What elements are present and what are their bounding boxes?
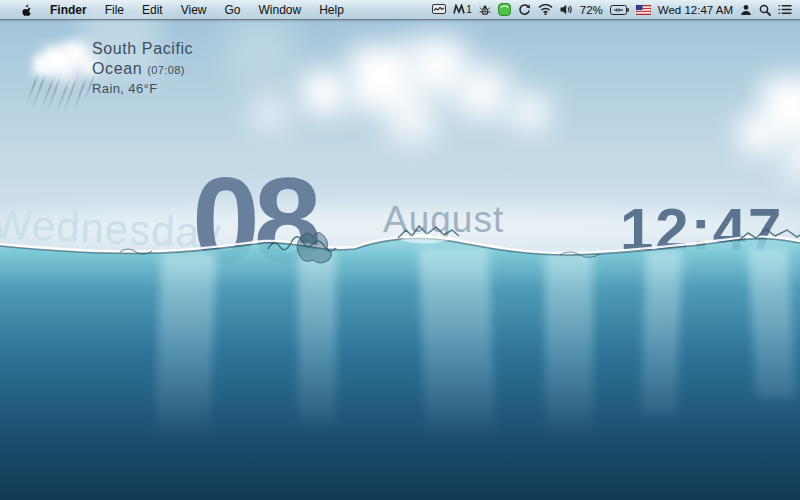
sync-icon[interactable] [518, 0, 531, 19]
apple-icon [19, 3, 32, 17]
weather-observation-time: (07:08) [147, 64, 185, 76]
bug-icon[interactable] [479, 0, 491, 19]
weather-condition: Rain, 46°F [92, 81, 193, 96]
menu-item-view[interactable]: View [172, 0, 216, 19]
menu-item-help[interactable]: Help [310, 0, 353, 19]
menu-bar: Finder File Edit View Go Window Help 1 [0, 0, 800, 20]
wave-meter-badge: 1 [466, 4, 472, 15]
menu-bar-clock[interactable]: Wed 12:47 AM [658, 0, 733, 19]
us-flag-icon[interactable] [636, 0, 651, 19]
menu-bar-status: 1 [432, 0, 800, 19]
menu-item-finder[interactable]: Finder [41, 0, 96, 19]
menu-item-go[interactable]: Go [216, 0, 250, 19]
battery-percentage: 72% [580, 0, 603, 19]
volume-icon[interactable] [560, 0, 573, 19]
menu-item-window[interactable]: Window [250, 0, 311, 19]
user-icon[interactable] [740, 0, 752, 19]
menu-item-file[interactable]: File [96, 0, 133, 19]
apple-menu[interactable] [10, 0, 41, 19]
weather-location-line2: Ocean (07:08) [92, 60, 193, 78]
green-app-icon[interactable] [498, 0, 511, 19]
battery-charging-icon[interactable] [610, 0, 629, 19]
weather-text-block: South Pacific Ocean (07:08) Rain, 46°F [92, 40, 193, 96]
spotlight-search-icon[interactable] [759, 0, 771, 19]
wifi-icon[interactable] [538, 0, 553, 19]
menu-item-edit[interactable]: Edit [133, 0, 172, 19]
activity-graph-icon[interactable] [432, 0, 446, 19]
weather-widget: South Pacific Ocean (07:08) Rain, 46°F [14, 30, 244, 120]
weather-location-line1: South Pacific [92, 40, 193, 58]
desktop[interactable]: Wednesday 08 August 12:47 [0, 0, 800, 500]
wave-meter-icon[interactable]: 1 [453, 0, 472, 19]
weather-location-ocean: Ocean [92, 60, 142, 77]
menu-bar-left: Finder File Edit View Go Window Help [0, 0, 353, 19]
notification-list-icon[interactable] [778, 0, 792, 19]
